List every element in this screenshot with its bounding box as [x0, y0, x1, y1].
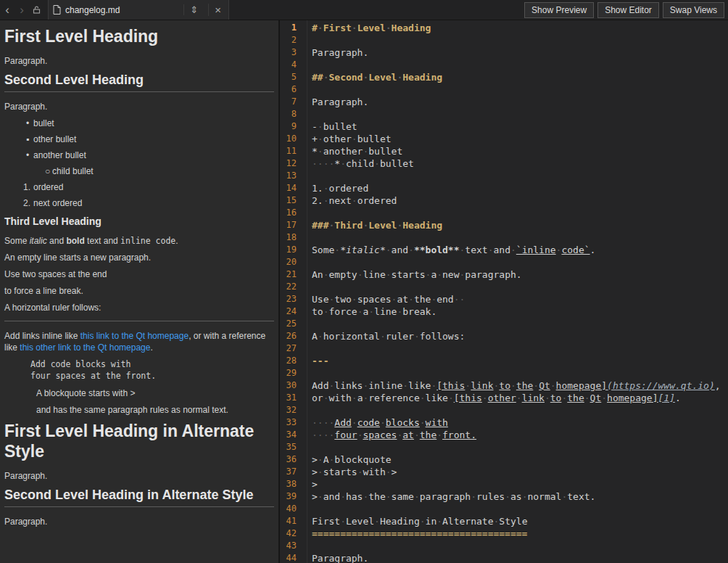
line-number[interactable]: 38 — [280, 478, 297, 490]
line-number[interactable]: 20 — [280, 256, 297, 268]
line-number[interactable]: 25 — [280, 318, 297, 330]
line-number[interactable]: 13 — [280, 170, 297, 182]
line-number[interactable]: 30 — [280, 379, 297, 392]
lock-icon[interactable] — [29, 6, 44, 14]
line-number[interactable]: 41 — [280, 515, 297, 527]
line-number[interactable]: 8 — [280, 108, 297, 120]
line-number[interactable]: 33 — [280, 416, 297, 429]
line-number[interactable]: 31 — [280, 392, 297, 404]
line-number[interactable]: 36 — [280, 453, 297, 466]
editor-line[interactable]: ##·Second·Level·Heading — [312, 71, 728, 83]
editor-line[interactable] — [312, 256, 728, 268]
line-number[interactable]: 24 — [280, 305, 297, 318]
editor-line[interactable] — [312, 34, 728, 46]
editor-code[interactable]: #·First·Level·HeadingParagraph.##·Second… — [307, 20, 728, 563]
editor-line[interactable]: >·starts·with·> — [312, 466, 728, 478]
line-number[interactable]: 4 — [280, 59, 297, 71]
document-tab[interactable]: changelog.md ⇕ × — [48, 0, 229, 20]
line-number[interactable]: 39 — [280, 490, 297, 503]
swap-views-button[interactable]: Swap Views — [663, 2, 724, 18]
editor-line[interactable] — [312, 540, 728, 552]
editor-line[interactable]: or·with·a·reference·like·[this·other·lin… — [312, 392, 728, 404]
back-button[interactable]: ‹ — [0, 1, 15, 20]
editor-line[interactable]: >·and·has·the·same·paragraph·rules·as·no… — [312, 490, 728, 503]
editor-line[interactable] — [312, 318, 728, 330]
editor-line[interactable]: ====================================== — [312, 527, 728, 540]
editor-line[interactable]: Add·links·inline·like·[this·link·to·the·… — [312, 379, 728, 392]
editor-line[interactable]: -·bullet — [312, 120, 728, 133]
line-number[interactable]: 27 — [280, 342, 297, 355]
editor-line[interactable]: 1.·ordered — [312, 182, 728, 194]
show-preview-button[interactable]: Show Preview — [524, 2, 594, 18]
editor-line[interactable]: Paragraph. — [312, 96, 728, 108]
editor-line[interactable]: *·another·bullet — [312, 145, 728, 157]
editor-line[interactable] — [312, 207, 728, 219]
editor-line[interactable] — [312, 281, 728, 293]
editor-line[interactable]: Paragraph. — [312, 552, 728, 563]
editor-line[interactable] — [312, 83, 728, 96]
close-tab-icon[interactable]: × — [208, 4, 224, 16]
editor-line[interactable] — [312, 231, 728, 244]
editor-line[interactable]: +·other·bullet — [312, 133, 728, 145]
line-number[interactable]: 29 — [280, 367, 297, 379]
editor-line[interactable]: ····four·spaces·at·the·front. — [312, 429, 728, 441]
editor-line[interactable] — [312, 503, 728, 515]
line-number[interactable]: 16 — [280, 207, 297, 219]
preview-link[interactable]: this link to the Qt homepage — [80, 331, 189, 341]
line-number[interactable]: 12 — [280, 157, 297, 170]
editor-line[interactable] — [312, 59, 728, 71]
editor-line[interactable]: ····Add·code·blocks·with — [312, 416, 728, 429]
preview-link[interactable]: this other link to the Qt homepage — [20, 342, 150, 353]
line-number[interactable]: 17 — [280, 219, 297, 231]
line-number[interactable]: 28 — [280, 355, 297, 367]
split-view-icon[interactable]: ⇕ — [183, 4, 204, 15]
line-number[interactable]: 21 — [280, 268, 297, 281]
editor-line[interactable] — [312, 441, 728, 453]
line-number[interactable]: 18 — [280, 231, 297, 244]
line-number[interactable]: 6 — [280, 83, 297, 96]
editor-line[interactable] — [312, 108, 728, 120]
editor-line[interactable]: #·First·Level·Heading — [312, 22, 728, 34]
line-number[interactable]: 40 — [280, 503, 297, 515]
line-number[interactable]: 11 — [280, 145, 297, 157]
editor-line[interactable]: An·empty·line·starts·a·new·paragraph. — [312, 268, 728, 281]
editor-line[interactable]: --- — [312, 355, 728, 367]
editor-line[interactable] — [312, 404, 728, 416]
editor-line[interactable]: 2.·next·ordered — [312, 194, 728, 207]
editor-line[interactable] — [312, 367, 728, 379]
editor-line[interactable]: to·force·a·line·break. — [312, 305, 728, 318]
editor-line[interactable]: First·Level·Heading·in·Alternate·Style — [312, 515, 728, 527]
line-number[interactable]: 34 — [280, 429, 297, 441]
editor-line[interactable]: Use·two·spaces·at·the·end·· — [312, 293, 728, 305]
line-number[interactable]: 35 — [280, 441, 297, 453]
editor-line[interactable]: >·A·blockquote — [312, 453, 728, 466]
line-number[interactable]: 15 — [280, 194, 297, 207]
line-number[interactable]: 44 — [280, 552, 297, 563]
line-number[interactable]: 3 — [280, 46, 297, 59]
line-number[interactable]: 22 — [280, 281, 297, 293]
editor-line[interactable]: Some·*italic*·and·**bold**·text·and·`inl… — [312, 244, 728, 256]
line-number[interactable]: 26 — [280, 330, 297, 342]
line-number[interactable]: 10 — [280, 133, 297, 145]
line-number[interactable]: 23 — [280, 293, 297, 305]
editor-line[interactable]: ····*·child·bullet — [312, 157, 728, 170]
line-number[interactable]: 9 — [280, 120, 297, 133]
forward-button[interactable]: › — [15, 1, 29, 20]
editor-line[interactable]: A·horizontal·ruler·follows: — [312, 330, 728, 342]
editor-line[interactable] — [312, 342, 728, 355]
editor-pane[interactable]: 1234567891011121314151617181920212223242… — [280, 20, 728, 563]
editor-line[interactable]: Paragraph. — [312, 46, 728, 59]
line-number[interactable]: 7 — [280, 96, 297, 108]
line-number[interactable]: 42 — [280, 527, 297, 540]
line-number[interactable]: 14 — [280, 182, 297, 194]
line-number[interactable]: 19 — [280, 244, 297, 256]
line-number[interactable]: 1 — [280, 22, 297, 34]
line-number[interactable]: 32 — [280, 404, 297, 416]
line-number[interactable]: 37 — [280, 466, 297, 478]
show-editor-button[interactable]: Show Editor — [597, 2, 659, 18]
editor-line[interactable]: > — [312, 478, 728, 490]
editor-line[interactable] — [312, 170, 728, 182]
line-number[interactable]: 5 — [280, 71, 297, 83]
line-number[interactable]: 43 — [280, 540, 297, 552]
line-number[interactable]: 2 — [280, 34, 297, 46]
